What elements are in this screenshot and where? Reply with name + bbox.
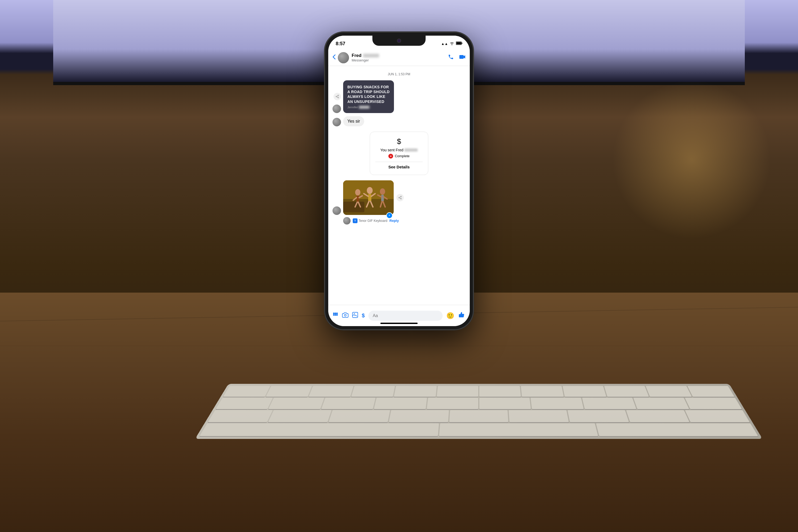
nav-contact-info: Fred Messenger: [352, 53, 448, 62]
like-button[interactable]: [458, 311, 466, 320]
message-row-dancing-gif: +: [332, 180, 466, 215]
message-row-payment: $ You sent Fred ● Complete See Details: [332, 130, 466, 177]
camera-button[interactable]: [342, 312, 348, 319]
signal-icon: ▲▲: [441, 42, 448, 46]
svg-point-25: [333, 312, 335, 314]
message-input[interactable]: [368, 311, 443, 321]
svg-point-31: [344, 314, 346, 316]
nav-subtitle: Messenger: [352, 58, 448, 62]
svg-rect-2: [456, 42, 461, 44]
svg-point-19: [380, 188, 385, 195]
tenor-logo: T: [353, 218, 358, 223]
svg-point-30: [336, 314, 338, 316]
yes-sir-bubble: Yes sir: [343, 116, 364, 126]
keyboard: [195, 384, 763, 439]
front-camera: [397, 39, 401, 43]
emoji-button[interactable]: 🙂: [446, 312, 454, 320]
wifi-icon: [450, 41, 454, 46]
gif-attribution: Jennifer: [347, 106, 390, 109]
back-button[interactable]: [332, 54, 336, 61]
see-details-button[interactable]: See Details: [388, 165, 410, 169]
tenor-tag[interactable]: T Tenor GIF Keyboard: [353, 218, 387, 223]
reply-button[interactable]: Reply: [390, 218, 399, 223]
svg-rect-6: [343, 202, 364, 212]
payment-status: ● Complete: [375, 154, 423, 158]
svg-rect-14: [368, 194, 371, 201]
battery-icon: [456, 41, 462, 46]
gif-share-icon[interactable]: [396, 194, 404, 201]
svg-point-29: [335, 314, 336, 316]
message-row-gif: BUYING SNACKS FORA ROAD TRIP SHOULDALWAY…: [332, 80, 466, 113]
share-icon[interactable]: [334, 93, 341, 100]
payment-sent-text: You sent Fred: [375, 148, 423, 152]
contact-name: Fred: [352, 53, 448, 58]
home-indicator: [380, 323, 418, 324]
payment-card: $ You sent Fred ● Complete See Details: [370, 132, 428, 175]
contact-avatar[interactable]: [338, 52, 349, 63]
notch: [373, 36, 425, 46]
tenor-label: Tenor GIF Keyboard: [359, 219, 387, 223]
svg-marker-3: [464, 55, 465, 58]
date-separator: JUN 1, 1:53 PM: [332, 72, 466, 76]
svg-point-7: [355, 189, 360, 195]
svg-point-28: [333, 314, 335, 316]
phone-body: 8:57 ▲▲: [324, 32, 474, 330]
gif-reaction-emoji: +: [386, 212, 393, 218]
gif-sender-avatar: [343, 217, 350, 225]
sender-avatar-3: [332, 206, 341, 215]
svg-point-13: [367, 187, 373, 194]
gif-action-row: T Tenor GIF Keyboard Reply: [343, 217, 466, 225]
svg-rect-8: [357, 195, 359, 202]
svg-point-26: [335, 312, 336, 314]
payment-dollar: $: [375, 137, 423, 146]
pay-button[interactable]: $: [362, 312, 365, 319]
phone-screen: 8:57 ▲▲: [328, 36, 470, 326]
messages-area[interactable]: JUN 1, 1:53 PM BUYING SNACKS: [328, 66, 470, 305]
nav-bar: Fred Messenger: [328, 50, 470, 66]
call-button[interactable]: [448, 54, 454, 61]
status-time: 8:57: [336, 41, 345, 46]
status-dot-icon: ●: [388, 154, 393, 158]
dancing-gif-bubble: [343, 180, 394, 215]
nav-actions: [448, 54, 466, 61]
svg-rect-1: [462, 42, 462, 44]
message-row-yes-sir: Yes sir: [332, 116, 466, 126]
svg-point-33: [354, 314, 355, 315]
video-call-button[interactable]: [459, 54, 466, 61]
attribution-blur: [359, 106, 369, 109]
apps-button[interactable]: [332, 312, 338, 320]
dancing-figures-svg: [343, 180, 394, 215]
status-icons: ▲▲: [441, 41, 462, 46]
gif-message-bubble: BUYING SNACKS FORA ROAD TRIP SHOULDALWAY…: [343, 80, 394, 113]
sender-avatar-2: [332, 118, 341, 126]
contact-name-blur: [363, 54, 379, 57]
phone-device: 8:57 ▲▲: [324, 32, 474, 330]
photo-button[interactable]: [352, 312, 358, 320]
sender-avatar: [332, 104, 341, 113]
svg-rect-20: [381, 195, 384, 202]
svg-point-27: [336, 312, 338, 314]
gif-message-text: BUYING SNACKS FORA ROAD TRIP SHOULDALWAY…: [347, 84, 390, 104]
recipient-name-blur: [404, 148, 418, 152]
